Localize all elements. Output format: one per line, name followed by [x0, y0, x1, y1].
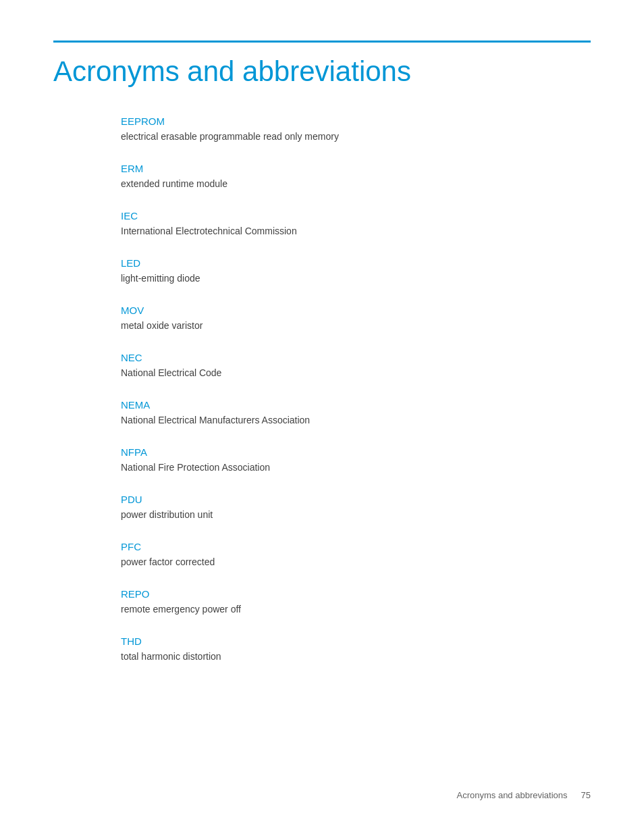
acronym-definition: International Electrotechnical Commissio…: [121, 224, 591, 238]
acronym-definition: power distribution unit: [121, 508, 591, 522]
list-item: PDUpower distribution unit: [121, 494, 591, 522]
acronym-list: EEPROMelectrical erasable programmable r…: [121, 115, 591, 664]
acronym-term: NEC: [121, 352, 591, 363]
acronym-term: PDU: [121, 494, 591, 505]
acronym-term: EEPROM: [121, 115, 591, 127]
acronym-definition: electrical erasable programmable read on…: [121, 130, 591, 144]
list-item: MOVmetal oxide varistor: [121, 305, 591, 333]
acronym-term: IEC: [121, 210, 591, 221]
acronym-term: NEMA: [121, 399, 591, 411]
list-item: NECNational Electrical Code: [121, 352, 591, 380]
list-item: REPOremote emergency power off: [121, 588, 591, 617]
footer-section-label: Acronyms and abbreviations: [457, 790, 568, 800]
list-item: NEMANational Electrical Manufacturers As…: [121, 399, 591, 427]
acronym-definition: extended runtime module: [121, 177, 591, 191]
list-item: IECInternational Electrotechnical Commis…: [121, 210, 591, 238]
acronym-term: LED: [121, 257, 591, 269]
page: Acronyms and abbreviations EEPROMelectri…: [0, 0, 644, 834]
acronym-definition: total harmonic distortion: [121, 650, 591, 664]
acronym-definition: National Electrical Code: [121, 366, 591, 380]
acronym-definition: light-emitting diode: [121, 271, 591, 286]
page-footer: Acronyms and abbreviations 75: [457, 790, 591, 800]
list-item: PFCpower factor corrected: [121, 541, 591, 569]
acronym-term: REPO: [121, 588, 591, 600]
acronym-definition: National Fire Protection Association: [121, 461, 591, 475]
acronym-term: PFC: [121, 541, 591, 552]
footer-page-number: 75: [581, 790, 591, 800]
acronym-definition: power factor corrected: [121, 555, 591, 569]
acronym-term: NFPA: [121, 446, 591, 458]
acronym-definition: National Electrical Manufacturers Associ…: [121, 413, 591, 427]
acronym-definition: remote emergency power off: [121, 602, 591, 617]
page-title: Acronyms and abbreviations: [53, 55, 591, 88]
list-item: THDtotal harmonic distortion: [121, 635, 591, 664]
header-rule: [53, 41, 591, 43]
list-item: NFPANational Fire Protection Association: [121, 446, 591, 475]
acronym-definition: metal oxide varistor: [121, 319, 591, 333]
list-item: LEDlight-emitting diode: [121, 257, 591, 286]
list-item: ERMextended runtime module: [121, 163, 591, 191]
acronym-term: THD: [121, 635, 591, 647]
acronym-term: MOV: [121, 305, 591, 316]
list-item: EEPROMelectrical erasable programmable r…: [121, 115, 591, 144]
acronym-term: ERM: [121, 163, 591, 174]
